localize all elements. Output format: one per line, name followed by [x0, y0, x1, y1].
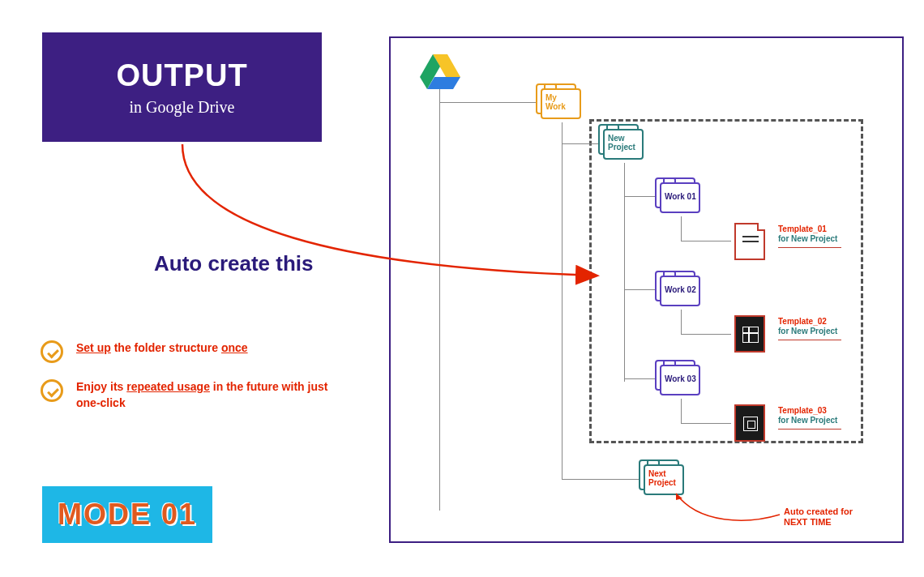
- google-drive-icon: [420, 53, 460, 89]
- connector: [681, 399, 682, 423]
- folder-work-02: Work 02: [660, 276, 707, 310]
- connector: [681, 310, 682, 334]
- connector: [439, 102, 537, 103]
- connector: [624, 378, 657, 379]
- connector: [439, 122, 440, 511]
- connector: [681, 423, 731, 424]
- svg-marker-3: [676, 494, 682, 500]
- connector: [562, 122, 563, 479]
- bullet-2-text: Enjoy its repeated usage in the future w…: [76, 379, 349, 411]
- auto-create-label: Auto create this: [154, 251, 314, 276]
- output-header-box: OUTPUT in Google Drive: [42, 32, 322, 142]
- folder-new-project: New Project: [603, 129, 650, 163]
- file-doc-icon: [734, 223, 765, 260]
- bullet-1-text: Set up the folder structure once: [76, 340, 248, 357]
- folder-my-work: My Work: [541, 88, 588, 122]
- connector: [624, 196, 657, 197]
- arrow-next-time: [674, 492, 788, 532]
- file-label-3: Template_03 for New Project: [778, 406, 841, 430]
- file-label-1: Template_01 for New Project: [778, 224, 841, 248]
- file-label-2: Template_02 for New Project: [778, 317, 841, 340]
- next-time-note: Auto created for NEXT TIME: [784, 506, 853, 528]
- dashed-group: [589, 119, 863, 443]
- bullet-2: Enjoy its repeated usage in the future w…: [41, 379, 349, 411]
- file-sheet-icon: [734, 315, 765, 353]
- file-slide-icon: [734, 404, 765, 442]
- folder-work-03: Work 03: [660, 365, 707, 399]
- check-icon: [41, 340, 63, 363]
- output-title: OUTPUT: [116, 58, 247, 93]
- connector: [681, 216, 682, 241]
- folder-work-01: Work 01: [660, 182, 707, 216]
- mode-text: MODE 01: [58, 498, 197, 532]
- check-icon: [41, 379, 63, 402]
- connector: [681, 241, 731, 241]
- output-subtitle: in Google Drive: [130, 98, 235, 117]
- connector: [562, 479, 641, 480]
- connector: [562, 143, 601, 144]
- connector: [624, 289, 657, 290]
- mode-badge: MODE 01: [42, 486, 212, 543]
- connector: [681, 334, 731, 335]
- benefits-list: Set up the folder structure once Enjoy i…: [41, 340, 349, 427]
- connector: [439, 89, 440, 122]
- bullet-1: Set up the folder structure once: [41, 340, 349, 363]
- diagram-panel: My Work New Project Work 01 Template_01 …: [389, 36, 904, 543]
